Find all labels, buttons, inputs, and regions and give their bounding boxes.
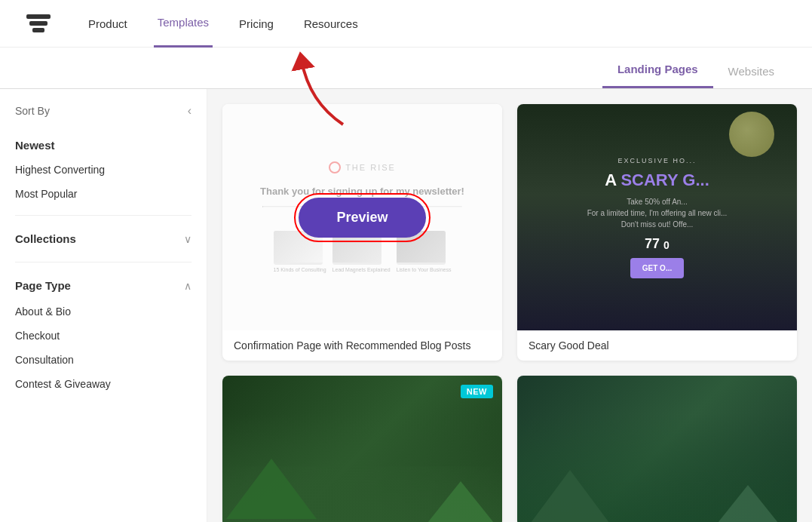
scary-subtitle-text: Take 50% off An... For a limited time, I…: [587, 196, 728, 230]
filter-consultation[interactable]: Consultation: [15, 348, 192, 372]
filter-checkout[interactable]: Checkout: [15, 324, 192, 348]
filter-newest[interactable]: Newest: [15, 133, 192, 158]
filter-most-popular[interactable]: Most Popular: [15, 182, 192, 206]
nav-product[interactable]: Product: [84, 0, 131, 48]
main-layout: Sort By ‹ Newest Highest Converting Most…: [0, 89, 812, 522]
preview-button[interactable]: Preview: [299, 198, 425, 238]
filter-highest-converting[interactable]: Highest Converting: [15, 158, 192, 182]
logo-layer-2: [29, 21, 47, 26]
collections-chevron: ∨: [184, 233, 192, 245]
collections-section[interactable]: Collections ∨: [15, 225, 192, 253]
main-nav: Product Templates Pricing Resources: [84, 0, 362, 48]
tab-websites[interactable]: Websites: [713, 65, 789, 88]
filter-contest-giveaway[interactable]: Contest & Giveaway: [15, 372, 192, 396]
page-type-chevron: ∧: [184, 280, 192, 292]
card-scary-label: Scary Good Deal: [517, 330, 797, 361]
logo-layer-1: [26, 14, 51, 19]
card-scary: Exclusive Ho... A SCARY G... Take 50% of…: [517, 104, 797, 361]
logo: [23, 8, 54, 39]
nav-templates[interactable]: Templates: [154, 0, 213, 48]
tab-bar: Landing Pages Websites: [0, 48, 812, 89]
scary-highlight: SCARY G...: [620, 170, 709, 189]
content-area: THE RISE Thank you for signing up for my…: [207, 89, 812, 522]
header: Product Templates Pricing Resources: [0, 0, 812, 48]
card-confirmation: THE RISE Thank you for signing up for my…: [222, 104, 502, 361]
collections-title: Collections: [15, 232, 76, 245]
sidebar-divider-1: [15, 215, 192, 216]
counter-sep: 0: [663, 239, 670, 252]
preview-overlay[interactable]: Preview: [222, 104, 502, 330]
moon-icon: [729, 112, 774, 157]
page-type-section[interactable]: Page Type ∧: [15, 272, 192, 299]
new-badge-1: NEW: [461, 385, 493, 398]
counter-days: 77: [645, 236, 660, 252]
card-confirmation-image: THE RISE Thank you for signing up for my…: [222, 104, 502, 330]
scary-exclusive-text: Exclusive Ho...: [617, 157, 696, 164]
filter-about-bio[interactable]: About & Bio: [15, 299, 192, 324]
card-bottom-2-image: [517, 376, 797, 522]
scary-title-text: A SCARY G...: [605, 170, 709, 190]
card-bottom-1: NEW: [222, 376, 502, 522]
nav-resources[interactable]: Resources: [300, 0, 362, 48]
card-bottom-2: [517, 376, 797, 522]
sort-by-label: Sort By: [15, 105, 50, 117]
sidebar-divider-2: [15, 262, 192, 263]
cards-grid: THE RISE Thank you for signing up for my…: [222, 104, 797, 522]
tab-landing-pages[interactable]: Landing Pages: [602, 63, 713, 88]
sort-by-header: Sort By ‹: [15, 104, 192, 118]
card-bottom-1-image: NEW: [222, 376, 502, 522]
page-type-title: Page Type: [15, 279, 71, 292]
logo-layer-3: [32, 28, 44, 32]
scary-cta-button[interactable]: GET O...: [630, 258, 684, 278]
preview-button-wrapper: Preview: [294, 193, 430, 242]
collapse-button[interactable]: ‹: [188, 104, 192, 118]
nav-pricing[interactable]: Pricing: [235, 0, 277, 48]
scary-counter: 77 0: [645, 236, 670, 252]
card-scary-image: Exclusive Ho... A SCARY G... Take 50% of…: [517, 104, 797, 330]
sidebar: Sort By ‹ Newest Highest Converting Most…: [0, 89, 207, 522]
card-confirmation-label: Confirmation Page with Recommended Blog …: [222, 330, 502, 361]
